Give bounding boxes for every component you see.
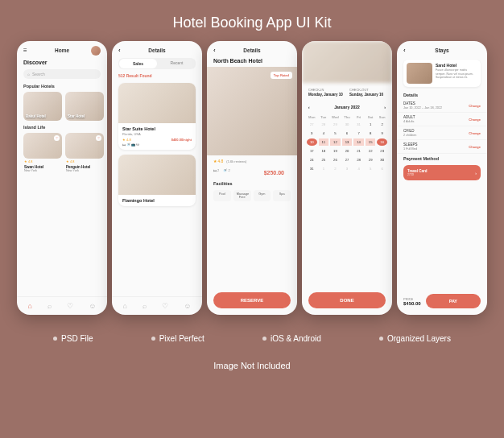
cal-day[interactable]: 2	[330, 165, 341, 172]
cal-day[interactable]: 1	[319, 165, 329, 172]
tab-sales[interactable]: Sales	[119, 59, 157, 68]
cal-day[interactable]: 7	[353, 130, 364, 137]
cal-day[interactable]: 29	[330, 121, 341, 128]
nav-home-icon[interactable]: ⌂	[28, 302, 32, 310]
cal-day[interactable]: 12	[330, 138, 341, 146]
cal-day[interactable]: 13	[342, 138, 353, 146]
nav-profile-icon[interactable]: ☺	[89, 302, 96, 310]
change-button[interactable]: Change	[469, 131, 481, 135]
menu-icon[interactable]: ≡	[23, 47, 27, 54]
cal-day[interactable]: 29	[366, 156, 376, 163]
island-scroll[interactable]: ♡ ★ 4.8 Swan Hotel New York ♡ ★ 4.8 Peng…	[17, 131, 107, 174]
cal-day[interactable]: 22	[366, 147, 376, 155]
back-icon[interactable]: ‹	[213, 47, 216, 54]
facilities-row: Pool Massage Free Gym Spa	[207, 188, 297, 204]
facility-item[interactable]: Massage Free	[233, 190, 251, 201]
cal-day[interactable]: 14	[353, 138, 364, 146]
cal-day[interactable]: 31	[307, 165, 317, 172]
nav-search-icon[interactable]: ⌕	[143, 302, 147, 310]
heart-icon[interactable]: ♡	[54, 135, 60, 141]
bullet-icon	[262, 337, 266, 341]
cal-day[interactable]: 18	[319, 147, 329, 155]
cal-day[interactable]: 31	[353, 121, 364, 128]
summary-image	[407, 63, 432, 84]
avatar[interactable]	[91, 46, 101, 56]
cal-day[interactable]: 15	[366, 138, 376, 146]
change-button[interactable]: Change	[469, 145, 481, 149]
island-card[interactable]: ♡ ★ 4.8 Penguin Hotel New York	[65, 133, 104, 172]
popular-scroll[interactable]: Bakul Hotel Star Hotel	[17, 90, 107, 122]
cal-day[interactable]: 27	[342, 156, 353, 163]
cal-day[interactable]: 6	[342, 130, 353, 137]
cal-day[interactable]: 1	[366, 121, 376, 128]
facility-item[interactable]: Gym	[254, 190, 271, 201]
hotel-card[interactable]: Flamingo Hotel	[118, 155, 196, 206]
blurred-bg	[302, 41, 392, 83]
heart-icon[interactable]: ♡	[96, 135, 101, 141]
nav-fav-icon[interactable]: ♡	[162, 302, 168, 310]
facility-item[interactable]: Pool	[213, 190, 231, 201]
change-button[interactable]: Change	[469, 118, 481, 122]
cal-day[interactable]: 4	[319, 130, 329, 137]
next-month-icon[interactable]: ›	[384, 105, 386, 110]
nav-search-icon[interactable]: ⌕	[48, 302, 52, 310]
cal-day[interactable]: 17	[307, 147, 317, 155]
hero-image: Top Rated	[207, 67, 297, 155]
bullet-icon	[379, 337, 383, 341]
cal-day[interactable]: 3	[342, 165, 353, 172]
done-button[interactable]: DONE	[308, 292, 386, 308]
cal-day[interactable]: 2	[377, 121, 387, 128]
cal-day[interactable]: 28	[353, 156, 364, 163]
reserve-button[interactable]: RESERVE	[213, 292, 291, 308]
back-icon[interactable]: ‹	[118, 47, 121, 54]
chevron-right-icon: ›	[475, 171, 477, 176]
cal-day-end[interactable]: 16	[377, 138, 387, 146]
price: $250.00	[258, 168, 291, 177]
popular-card[interactable]: Bakul Hotel	[23, 92, 62, 121]
tab-recent[interactable]: Recent	[158, 58, 196, 69]
cal-day[interactable]: 30	[377, 156, 387, 163]
cal-day[interactable]: 3	[307, 130, 317, 137]
search-input[interactable]: ⌕ Search	[23, 69, 101, 79]
cal-day[interactable]: 23	[377, 147, 387, 155]
cal-day[interactable]: 27	[307, 121, 317, 128]
nav-fav-icon[interactable]: ♡	[67, 302, 73, 310]
pay-button[interactable]: PAY	[426, 294, 481, 308]
prev-month-icon[interactable]: ‹	[308, 105, 310, 110]
top-rated-badge: Top Rated	[271, 72, 292, 79]
cal-day[interactable]: 28	[319, 121, 329, 128]
popular-card[interactable]: Star Hotel	[65, 92, 104, 121]
nav-profile-icon[interactable]: ☺	[184, 302, 191, 310]
stays-header: ‹ Stays	[397, 41, 487, 56]
cal-day[interactable]: 6	[377, 165, 387, 172]
cal-day[interactable]: 4	[353, 165, 364, 172]
payment-card[interactable]: Travel Card 2720 ›	[403, 165, 481, 180]
facility-item[interactable]: Spa	[273, 190, 291, 201]
search-icon: ⌕	[27, 72, 30, 76]
result-count: 512 Result Found	[112, 71, 202, 81]
cal-day-start[interactable]: 10	[307, 138, 317, 146]
back-icon[interactable]: ‹	[403, 47, 406, 54]
cal-day[interactable]: 24	[307, 156, 317, 163]
cal-day[interactable]: 20	[342, 147, 353, 155]
cal-day[interactable]: 21	[353, 147, 364, 155]
cal-day[interactable]: 5	[330, 130, 341, 137]
cal-day[interactable]: 11	[319, 138, 329, 146]
nav-home-icon[interactable]: ⌂	[123, 302, 127, 310]
cal-day[interactable]: 30	[342, 121, 353, 128]
stays-title: Stays	[435, 48, 448, 53]
change-button[interactable]: Change	[469, 104, 481, 108]
details-header: ‹ Details	[112, 41, 202, 56]
row-dates: DATESJan 10, 2022 – Jan 18, 2022 Change	[397, 99, 487, 113]
checkin-col[interactable]: CHECK-IN Monday, January 10	[308, 88, 345, 97]
summary-card: Sand Hotel Fusce ullamcorper mattis semp…	[403, 60, 481, 87]
cal-day[interactable]: 26	[330, 156, 341, 163]
checkout-col[interactable]: CHECK-OUT Sunday, January 16	[349, 88, 386, 97]
cal-day[interactable]: 9	[377, 130, 387, 137]
cal-day[interactable]: 25	[319, 156, 329, 163]
hotel-card[interactable]: Star Suite Hotel Florida, USA ★ 4.8 $400…	[118, 83, 196, 150]
cal-day[interactable]: 8	[366, 130, 376, 137]
island-card[interactable]: ♡ ★ 4.8 Swan Hotel New York	[23, 133, 62, 172]
cal-day[interactable]: 5	[366, 165, 376, 172]
cal-day[interactable]: 19	[330, 147, 341, 155]
